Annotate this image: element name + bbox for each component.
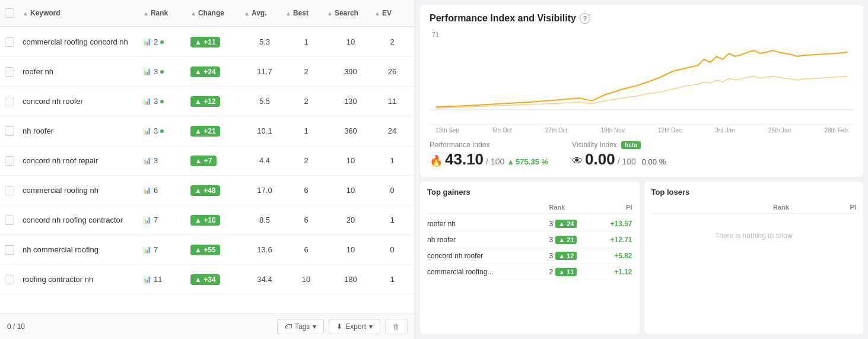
export-button[interactable]: ⬇ Export ▾ <box>329 319 380 334</box>
table-row[interactable]: concord nh roof repair 📊 3 ▲ +7 4.4 2 10… <box>0 146 415 176</box>
row-avg: 11.7 <box>244 67 285 76</box>
chart-x-label: 27th Oct <box>545 127 568 134</box>
vis-index-block: Visibility Index beta 👁 0.00 / 100 0.00 … <box>572 141 666 169</box>
gainer-pi: +1.12 <box>597 268 632 276</box>
row-checkbox[interactable] <box>5 186 23 195</box>
gainers-rows: roofer nh 3 ▲ 24 +13.57 nh roofer 3 ▲ 21… <box>427 216 632 280</box>
tags-label: Tags <box>295 322 310 331</box>
chart-area: 71 <box>430 30 854 125</box>
perf-icon: 🔥 <box>430 154 443 167</box>
row-ev: 0 <box>374 186 410 195</box>
best-col-header[interactable]: ▲ Best <box>285 9 327 17</box>
table-footer: 0 / 10 🏷 Tags ▾ ⬇ Export ▾ 🗑 <box>0 313 415 339</box>
row-checkbox[interactable] <box>5 37 23 47</box>
bottom-tables: Top gainers Rank PI roofer nh 3 ▲ 24 +13… <box>415 182 868 339</box>
select-all-col[interactable] <box>5 8 23 18</box>
row-checkbox[interactable] <box>5 216 23 225</box>
row-change: ▲ +12 <box>190 96 244 107</box>
row-checkbox[interactable] <box>5 275 23 284</box>
select-all-checkbox[interactable] <box>5 8 14 18</box>
sort-icon-ev: ▲ <box>374 10 380 17</box>
perf-metrics: Performance Index 🔥 43.10 / 100 ▲ 575.35… <box>430 137 854 169</box>
rank-bar-icon: 📊 <box>143 97 151 105</box>
table-row[interactable]: commercial roofing concord nh 📊 2 ▲ +11 … <box>0 27 415 57</box>
change-badge: ▲ +34 <box>190 274 220 285</box>
help-icon[interactable]: ? <box>580 13 590 24</box>
vis-change-value: 0.00 % <box>642 157 666 166</box>
performance-section: Performance Index and Visibility ? 71 13… <box>420 5 863 177</box>
performance-chart <box>430 30 854 113</box>
row-checkbox[interactable] <box>5 97 23 106</box>
row-ev: 0 <box>374 245 410 254</box>
perf-index-label: Performance Index <box>430 141 548 149</box>
row-checkbox[interactable] <box>5 126 23 136</box>
delete-button[interactable]: 🗑 <box>385 319 408 334</box>
keyword-header-label: Keyword <box>30 9 61 17</box>
keyword-col-header[interactable]: ▲ Keyword <box>23 9 143 17</box>
losers-rank-header: Rank <box>773 204 821 211</box>
change-col-header[interactable]: ▲ Change <box>190 9 244 17</box>
row-rank: 📊 11 <box>143 275 190 284</box>
rank-dot <box>160 70 164 74</box>
row-keyword: concord nh roof repair <box>23 156 143 165</box>
row-best: 1 <box>285 126 327 135</box>
ev-col-header[interactable]: ▲ EV <box>374 9 410 17</box>
perf-index-number: 43.10 <box>445 150 484 169</box>
rank-bar-icon: 📊 <box>143 186 151 194</box>
tags-button[interactable]: 🏷 Tags ▾ <box>277 319 324 334</box>
row-search: 10 <box>327 37 374 46</box>
row-checkbox[interactable] <box>5 245 23 255</box>
row-search: 20 <box>327 216 374 224</box>
chart-x-label: 13th Sep <box>435 127 459 134</box>
table-header: ▲ Keyword ▲ Rank ▲ Change ▲ Avg. ▲ Best … <box>0 0 415 27</box>
perf-change: ▲ 575.35 % <box>507 157 548 166</box>
row-avg: 5.5 <box>244 97 285 106</box>
eye-icon: 👁 <box>572 155 583 167</box>
losers-empty: There is nothing to show <box>651 232 857 240</box>
row-search: 360 <box>327 126 374 135</box>
gainers-kw-header <box>427 204 549 211</box>
row-ev: 26 <box>374 67 410 76</box>
table-row[interactable]: concord nh roofer 📊 3 ▲ +12 5.5 2 130 11 <box>0 87 415 116</box>
change-badge: ▲ +7 <box>190 156 217 166</box>
row-checkbox[interactable] <box>5 67 23 77</box>
row-search: 180 <box>327 275 374 284</box>
gainers-header: Rank PI <box>427 201 632 214</box>
gainers-title: Top gainers <box>427 188 632 197</box>
table-row[interactable]: roofing contractor nh 📊 11 ▲ +34 34.4 10… <box>0 265 415 294</box>
row-keyword: commercial roofing concord nh <box>23 37 143 46</box>
row-rank: 📊 3 <box>143 156 190 165</box>
row-checkbox[interactable] <box>5 156 23 166</box>
chart-x-label: 28th Feb <box>824 127 847 134</box>
row-change: ▲ +24 <box>190 66 244 77</box>
table-row[interactable]: nh roofer 📊 3 ▲ +21 10.1 1 360 24 <box>0 116 415 146</box>
row-keyword: concord nh roofing contractor <box>23 216 143 224</box>
gainer-keyword: nh roofer <box>427 236 549 244</box>
row-change: ▲ +10 <box>190 215 244 226</box>
table-row[interactable]: concord nh roofing contractor 📊 7 ▲ +10 … <box>0 205 415 235</box>
chart-x-labels: 13th Sep5th Oct27th Oct19th Nov12th Dec3… <box>430 127 854 134</box>
row-avg: 10.1 <box>244 126 285 135</box>
row-search: 10 <box>327 186 374 195</box>
rank-col-header[interactable]: ▲ Rank <box>143 9 190 17</box>
gainer-pi: +5.82 <box>597 252 632 260</box>
avg-col-header[interactable]: ▲ Avg. <box>244 9 285 17</box>
table-row[interactable]: roofer nh 📊 3 ▲ +24 11.7 2 390 26 <box>0 57 415 87</box>
row-avg: 4.4 <box>244 156 285 165</box>
gainer-change-badge: ▲ 21 <box>555 236 577 244</box>
row-avg: 13.6 <box>244 245 285 254</box>
row-ev: 11 <box>374 97 410 106</box>
gainer-keyword: commercial roofing... <box>427 268 549 276</box>
table-row[interactable]: commercial roofing nh 📊 6 ▲ +48 17.0 6 1… <box>0 176 415 205</box>
search-col-header[interactable]: ▲ Search <box>327 9 374 17</box>
row-best: 2 <box>285 97 327 106</box>
rank-bar-icon: 📊 <box>143 216 151 224</box>
perf-index-block: Performance Index 🔥 43.10 / 100 ▲ 575.35… <box>430 141 548 169</box>
gainer-row: nh roofer 3 ▲ 21 +12.71 <box>427 232 632 248</box>
row-keyword: roofing contractor nh <box>23 275 143 284</box>
change-badge: ▲ +21 <box>190 126 220 137</box>
row-best: 2 <box>285 156 327 165</box>
table-row[interactable]: nh commercial roofing 📊 7 ▲ +55 13.6 6 1… <box>0 235 415 265</box>
losers-title: Top losers <box>651 188 857 197</box>
row-search: 10 <box>327 156 374 165</box>
